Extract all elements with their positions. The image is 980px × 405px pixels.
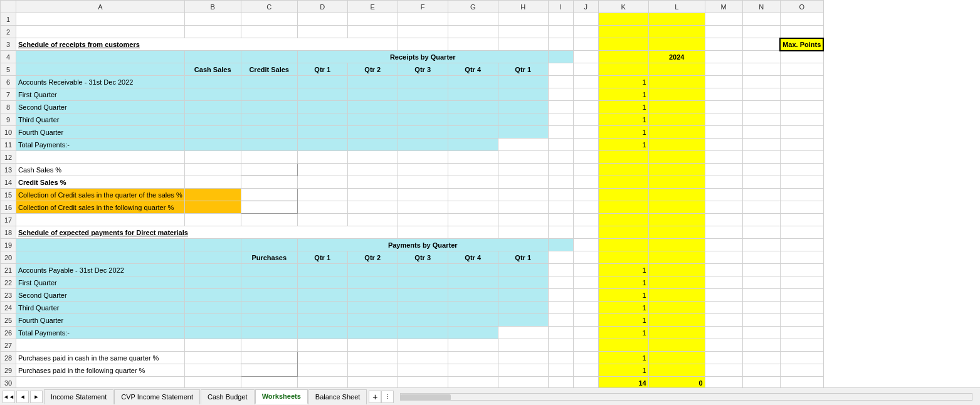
r9-h[interactable]	[498, 113, 548, 126]
r30-m[interactable]	[705, 377, 742, 388]
r8-j[interactable]	[573, 101, 598, 113]
r5-o[interactable]	[780, 63, 823, 76]
r8-i[interactable]	[548, 101, 573, 113]
r28-h[interactable]	[498, 352, 548, 364]
r11-g[interactable]	[448, 139, 498, 151]
r26-j[interactable]	[573, 327, 598, 339]
r5-i[interactable]	[548, 63, 573, 76]
r27-f[interactable]	[398, 339, 448, 352]
r4-b[interactable]	[184, 51, 241, 63]
r29-i[interactable]	[548, 364, 573, 377]
r20-i[interactable]	[548, 251, 573, 264]
r24-c[interactable]	[241, 302, 297, 314]
r30-f[interactable]	[398, 377, 448, 388]
r9-d[interactable]	[297, 113, 347, 126]
r23-l-group[interactable]	[648, 289, 705, 302]
r15-l[interactable]	[648, 189, 705, 201]
r5-n[interactable]	[742, 63, 780, 76]
r16-b[interactable]	[184, 201, 241, 214]
r15-j[interactable]	[573, 189, 598, 201]
tab-nav-next[interactable]: ►	[30, 391, 43, 403]
r1-h[interactable]	[498, 13, 548, 26]
r16-h[interactable]	[498, 201, 548, 214]
r24-d[interactable]	[297, 302, 347, 314]
r22-l-group[interactable]	[648, 276, 705, 289]
r30-i[interactable]	[548, 377, 573, 388]
r28-j[interactable]	[573, 352, 598, 364]
r8-c[interactable]	[241, 101, 297, 113]
r5-m[interactable]	[705, 63, 742, 76]
r20-b[interactable]	[184, 251, 241, 264]
col-header-a[interactable]: A	[16, 1, 185, 13]
r1-l[interactable]	[648, 13, 705, 26]
r11-j[interactable]	[573, 139, 598, 151]
r17-n[interactable]	[742, 214, 780, 226]
r1-d[interactable]	[297, 13, 347, 26]
r20-o[interactable]	[780, 251, 823, 264]
r19-a[interactable]	[16, 239, 185, 251]
r29-b[interactable]	[184, 364, 241, 377]
col-header-m[interactable]: M	[705, 1, 742, 13]
r10-c[interactable]	[241, 126, 297, 139]
r12-a[interactable]	[16, 151, 185, 164]
r21-i[interactable]	[548, 264, 573, 276]
r25-g[interactable]	[448, 314, 498, 327]
r22-n[interactable]	[742, 276, 780, 289]
r5-a[interactable]	[16, 63, 185, 76]
r11-a[interactable]: Total Payments:-	[16, 139, 185, 151]
col-header-k[interactable]: K	[598, 1, 648, 13]
r1-b[interactable]	[184, 13, 241, 26]
r1-j[interactable]	[573, 13, 598, 26]
r17-l[interactable]	[648, 214, 705, 226]
r18-n[interactable]	[742, 226, 780, 239]
r30-a[interactable]	[16, 377, 185, 388]
r7-a[interactable]: First Quarter	[16, 88, 185, 101]
r6-c[interactable]	[241, 76, 297, 88]
r6-b[interactable]	[184, 76, 241, 88]
r27-d[interactable]	[297, 339, 347, 352]
r8-f[interactable]	[398, 101, 448, 113]
r10-l-group[interactable]	[648, 126, 705, 139]
r3-k[interactable]	[598, 38, 648, 51]
r7-o[interactable]	[780, 88, 823, 101]
r3-f[interactable]	[398, 38, 448, 51]
r29-d[interactable]	[297, 364, 347, 377]
r24-i[interactable]	[548, 302, 573, 314]
r29-j[interactable]	[573, 364, 598, 377]
col-header-c[interactable]: C	[241, 1, 297, 13]
r28-n[interactable]	[742, 352, 780, 364]
r15-n[interactable]	[742, 189, 780, 201]
r28-e[interactable]	[347, 352, 398, 364]
r4-k[interactable]	[598, 51, 648, 63]
r3-h[interactable]	[498, 38, 548, 51]
r23-e[interactable]	[347, 289, 398, 302]
r26-b[interactable]	[184, 327, 241, 339]
r10-j[interactable]	[573, 126, 598, 139]
r25-n[interactable]	[742, 314, 780, 327]
r16-m[interactable]	[705, 201, 742, 214]
r1-c[interactable]	[241, 13, 297, 26]
r12-g[interactable]	[448, 151, 498, 164]
r19-o[interactable]	[780, 239, 823, 251]
r4-o[interactable]	[780, 51, 823, 63]
r13-i[interactable]	[548, 164, 573, 176]
r16-d[interactable]	[297, 201, 347, 214]
r21-n[interactable]	[742, 264, 780, 276]
r28-b[interactable]	[184, 352, 241, 364]
r24-b[interactable]	[184, 302, 241, 314]
r10-g[interactable]	[448, 126, 498, 139]
r9-i[interactable]	[548, 113, 573, 126]
r29-e[interactable]	[347, 364, 398, 377]
col-header-g[interactable]: G	[448, 1, 498, 13]
r25-h[interactable]	[498, 314, 548, 327]
r30-e[interactable]	[347, 377, 398, 388]
r24-o[interactable]	[780, 302, 823, 314]
r7-c[interactable]	[241, 88, 297, 101]
r22-c[interactable]	[241, 276, 297, 289]
r15-e[interactable]	[347, 189, 398, 201]
r14-l[interactable]	[648, 176, 705, 189]
r24-h[interactable]	[498, 302, 548, 314]
r1-n[interactable]	[742, 13, 780, 26]
r21-e[interactable]	[347, 264, 398, 276]
r25-f[interactable]	[398, 314, 448, 327]
